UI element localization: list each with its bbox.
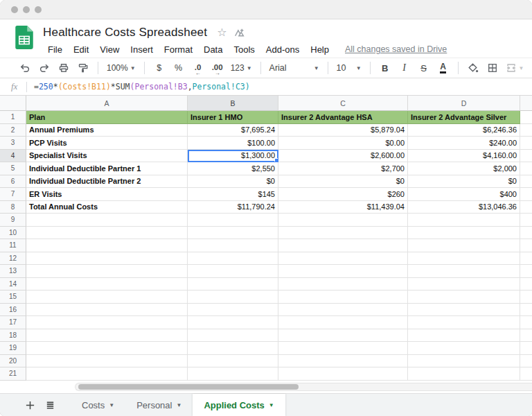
cell-D13[interactable]	[408, 265, 520, 278]
menu-insert[interactable]: Insert	[125, 43, 158, 56]
window-zoom-button[interactable]	[35, 6, 42, 13]
menu-edit[interactable]: Edit	[69, 43, 94, 56]
horizontal-scrollbar-thumb[interactable]	[78, 384, 299, 390]
all-sheets-icon[interactable]	[45, 400, 55, 410]
menu-view[interactable]: View	[95, 43, 124, 56]
cell-A10[interactable]	[26, 227, 188, 240]
cell-sliver-11[interactable]	[520, 239, 532, 252]
cell-B4[interactable]: $1,300.00	[188, 150, 278, 163]
number-format-menu[interactable]: 123▼	[229, 60, 254, 76]
add-to-drive-icon[interactable]	[233, 27, 245, 39]
cell-D3[interactable]: $240.00	[408, 137, 520, 150]
column-header-C[interactable]: C	[278, 96, 408, 111]
cell-D9[interactable]	[408, 214, 520, 227]
cell-B5[interactable]: $2,550	[188, 162, 278, 175]
fill-color-button[interactable]	[465, 60, 481, 76]
cell-C1[interactable]: Insurer 2 Advantage HSA	[278, 111, 408, 124]
bold-button[interactable]: B	[377, 60, 393, 76]
cell-sliver-20[interactable]	[520, 355, 532, 368]
sheet-tab-personal[interactable]: Personal▼	[125, 394, 193, 416]
cell-C10[interactable]	[278, 227, 408, 240]
menu-data[interactable]: Data	[199, 43, 227, 56]
window-minimize-button[interactable]	[23, 6, 30, 13]
cell-B6[interactable]: $0	[188, 175, 278, 189]
cell-sliver-3[interactable]	[520, 137, 532, 150]
merge-cells-button[interactable]: ▼	[504, 60, 526, 76]
cell-C20[interactable]	[278, 355, 408, 368]
cell-A21[interactable]	[26, 367, 188, 381]
document-title[interactable]: Healthcare Costs Spreadsheet	[43, 26, 207, 40]
sheet-tab-menu-icon[interactable]: ▼	[176, 402, 181, 408]
cell-A9[interactable]	[26, 214, 188, 227]
cell-C2[interactable]: $5,879.04	[278, 124, 408, 137]
font-size-select[interactable]: 10▼	[335, 60, 364, 76]
format-percent-button[interactable]: %	[170, 60, 187, 76]
cell-C6[interactable]: $0	[278, 175, 408, 189]
row-header-13[interactable]: 13	[0, 265, 26, 278]
row-header-3[interactable]: 3	[0, 137, 26, 150]
row-header-5[interactable]: 5	[0, 162, 26, 175]
sheet-tab-menu-icon[interactable]: ▼	[109, 402, 114, 408]
menu-format[interactable]: Format	[159, 43, 197, 56]
cell-D4[interactable]: $4,160.00	[408, 150, 520, 163]
cell-B17[interactable]	[188, 316, 278, 329]
cell-C16[interactable]	[278, 304, 408, 317]
cell-D15[interactable]	[408, 291, 520, 304]
sheet-tab-costs[interactable]: Costs▼	[71, 394, 125, 416]
row-header-17[interactable]: 17	[0, 316, 26, 329]
cell-A15[interactable]	[26, 291, 188, 304]
cell-B2[interactable]: $7,695.24	[188, 124, 278, 137]
cell-B10[interactable]	[188, 227, 278, 240]
cell-sliver-15[interactable]	[520, 291, 532, 304]
menu-help[interactable]: Help	[305, 43, 334, 56]
window-close-button[interactable]	[11, 6, 18, 13]
column-header-D[interactable]: D	[408, 96, 520, 111]
row-header-20[interactable]: 20	[0, 355, 26, 368]
menu-file[interactable]: File	[43, 43, 67, 56]
cell-C3[interactable]: $0.00	[278, 137, 408, 150]
cell-sliver-18[interactable]	[520, 329, 532, 343]
cell-A5[interactable]: Individual Deductible Partner 1	[26, 162, 188, 175]
cell-B15[interactable]	[188, 291, 278, 304]
cell-A12[interactable]	[26, 252, 188, 266]
row-header-15[interactable]: 15	[0, 291, 26, 304]
fill-handle[interactable]	[274, 158, 278, 162]
cell-C17[interactable]	[278, 316, 408, 329]
cell-sliver-2[interactable]	[520, 124, 532, 137]
cell-B18[interactable]	[188, 329, 278, 343]
format-currency-button[interactable]: $	[151, 60, 168, 76]
strikethrough-button[interactable]: S	[416, 60, 432, 76]
cell-B12[interactable]	[188, 252, 278, 266]
cell-sliver-8[interactable]	[520, 201, 532, 214]
cell-B1[interactable]: Insurer 1 HMO	[188, 111, 278, 124]
sheet-tab-menu-icon[interactable]: ▼	[269, 402, 274, 408]
cell-C21[interactable]	[278, 367, 408, 381]
borders-button[interactable]	[484, 60, 501, 76]
row-header-4[interactable]: 4	[0, 150, 26, 163]
cell-sliver-12[interactable]	[520, 252, 532, 266]
row-header-10[interactable]: 10	[0, 227, 26, 240]
cell-D2[interactable]: $6,246.36	[408, 124, 520, 137]
cell-C14[interactable]	[278, 278, 408, 291]
row-header-12[interactable]: 12	[0, 252, 26, 266]
cell-B3[interactable]: $100.00	[188, 137, 278, 150]
cell-C13[interactable]	[278, 265, 408, 278]
row-header-1[interactable]: 1	[0, 111, 26, 124]
print-button[interactable]	[55, 60, 72, 76]
cell-D8[interactable]: $13,046.36	[408, 201, 520, 214]
cell-B8[interactable]: $11,790.24	[188, 201, 278, 214]
cell-C9[interactable]	[278, 214, 408, 227]
cell-sliver-9[interactable]	[520, 214, 532, 227]
cell-D1[interactable]: Insurer 2 Advantage Silver	[408, 111, 520, 124]
cell-sliver-7[interactable]	[520, 188, 532, 201]
cell-sliver-17[interactable]	[520, 316, 532, 329]
undo-button[interactable]	[17, 60, 33, 76]
cell-D14[interactable]	[408, 278, 520, 291]
row-header-21[interactable]: 21	[0, 367, 26, 381]
cell-C12[interactable]	[278, 252, 408, 266]
cell-sliver-13[interactable]	[520, 265, 532, 278]
column-header-A[interactable]: A	[26, 96, 188, 111]
cell-D18[interactable]	[408, 329, 520, 343]
cell-D20[interactable]	[408, 355, 520, 368]
cell-B11[interactable]	[188, 239, 278, 252]
